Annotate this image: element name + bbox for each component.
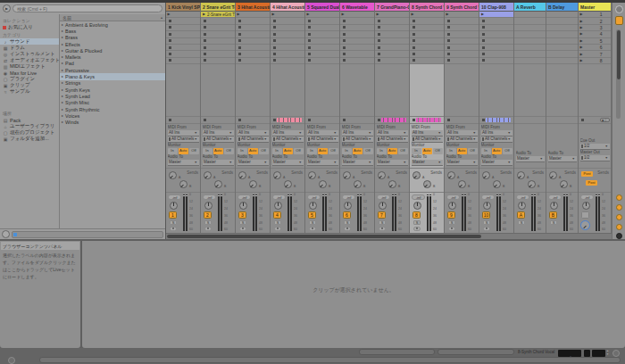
solo-button[interactable]: S xyxy=(379,220,386,225)
slot-stop-icon[interactable] xyxy=(482,46,485,49)
solo-button[interactable]: S xyxy=(239,220,246,225)
monitor-off-button[interactable]: Off xyxy=(503,148,512,154)
session-view-toggle-icon[interactable] xyxy=(615,5,623,13)
slot-stop-icon[interactable] xyxy=(378,33,380,36)
send-b-knob[interactable] xyxy=(560,180,568,188)
browser-item[interactable]: ▸Voices xyxy=(60,112,165,119)
track-header[interactable]: 9 Synth Chord V xyxy=(445,3,479,12)
solo-button[interactable]: S xyxy=(550,220,557,225)
clip-slot[interactable] xyxy=(236,45,270,51)
monitor-auto-button[interactable]: Auto xyxy=(388,148,397,154)
midi-channel-select[interactable]: All Channels▼ xyxy=(168,136,199,143)
master-out-select[interactable]: 1/2▼ xyxy=(580,155,610,161)
show-io-toggle[interactable] xyxy=(616,194,622,201)
slot-stop-icon[interactable] xyxy=(308,46,311,49)
clip-slot[interactable] xyxy=(514,31,546,37)
clip-slot[interactable] xyxy=(305,18,339,24)
slot-stop-icon[interactable] xyxy=(482,53,485,55)
clip-slot[interactable] xyxy=(201,51,235,57)
midi-channel-select[interactable]: All Channels▼ xyxy=(446,136,478,143)
slot-stop-icon[interactable] xyxy=(482,33,485,36)
slot-stop-icon[interactable] xyxy=(273,46,276,49)
arm-record-button[interactable] xyxy=(239,227,246,231)
track-header[interactable]: 3 Hihat Acousti xyxy=(236,3,270,12)
send-a-knob[interactable] xyxy=(517,171,525,179)
track-stop-icon[interactable] xyxy=(204,119,206,121)
clip-slot[interactable] xyxy=(166,51,200,57)
slot-play-icon[interactable]: ▶ xyxy=(377,12,379,16)
clip-slot[interactable] xyxy=(479,45,513,51)
master-select-button[interactable] xyxy=(581,211,589,219)
slot-stop-icon[interactable] xyxy=(169,20,171,22)
clip-slot[interactable] xyxy=(375,31,409,37)
volume-readout[interactable]: -inf xyxy=(307,194,321,200)
slot-stop-icon[interactable] xyxy=(308,26,311,29)
solo-button[interactable]: S xyxy=(274,220,281,225)
pan-knob[interactable] xyxy=(448,202,456,210)
slot-stop-icon[interactable] xyxy=(482,59,485,62)
pan-knob[interactable] xyxy=(344,202,352,210)
track-activate-button[interactable]: 2 xyxy=(204,211,212,219)
send-b-post-button[interactable]: Post xyxy=(586,180,597,186)
clip-slot[interactable] xyxy=(305,38,339,45)
slot-stop-icon[interactable] xyxy=(169,46,171,49)
browser-item[interactable]: ▸Synth Rhythmic xyxy=(60,106,165,112)
monitor-in-button[interactable]: In xyxy=(342,148,352,154)
send-a-knob[interactable] xyxy=(308,171,316,179)
send-b-knob[interactable] xyxy=(179,180,188,188)
monitor-auto-button[interactable]: Auto xyxy=(213,148,223,154)
audio-to-select[interactable]: Master▼ xyxy=(203,160,234,166)
show-sends-toggle[interactable] xyxy=(616,204,622,211)
clip-slot[interactable] xyxy=(271,18,304,24)
clip-slot[interactable] xyxy=(340,45,374,51)
track-header[interactable]: 5 Squared Dual xyxy=(305,3,339,12)
clip-slot[interactable] xyxy=(340,38,374,45)
monitor-auto-button[interactable]: Auto xyxy=(457,148,467,154)
track-stop-icon[interactable] xyxy=(378,119,380,121)
clip-slot[interactable] xyxy=(445,18,479,24)
clip-slot[interactable] xyxy=(305,25,339,31)
clip-slot[interactable] xyxy=(375,58,409,64)
search-input[interactable]: 検索 (Cmd + F) xyxy=(12,4,162,12)
slot-stop-icon[interactable] xyxy=(447,53,450,55)
slot-stop-icon[interactable] xyxy=(204,59,206,62)
slot-stop-icon[interactable] xyxy=(412,59,415,62)
volume-readout[interactable]: -inf xyxy=(203,194,216,200)
scene-play-icon[interactable]: ▶ xyxy=(580,26,583,29)
audio-to-select[interactable]: Master▼ xyxy=(342,160,373,166)
clip-slot[interactable]: ▶6 xyxy=(579,45,611,51)
scene-play-icon[interactable]: ▶ xyxy=(580,32,583,36)
scene-play-icon[interactable]: ▶ xyxy=(580,46,583,49)
slot-stop-icon[interactable] xyxy=(273,59,276,62)
sidebar-place-1[interactable]: ⌂ユーザーライブラリ xyxy=(0,123,59,129)
clip-slot[interactable]: ▶ xyxy=(375,12,409,18)
arm-record-button[interactable] xyxy=(309,227,316,231)
arm-record-button[interactable] xyxy=(344,227,351,231)
slot-stop-icon[interactable] xyxy=(238,53,241,55)
audio-to-select[interactable]: Master▼ xyxy=(548,156,577,162)
send-a-post-button[interactable]: Post xyxy=(581,171,593,177)
slot-stop-icon[interactable] xyxy=(343,26,346,29)
sidebar-category-7[interactable]: ▣クリップ xyxy=(0,82,59,88)
monitor-in-button[interactable]: In xyxy=(272,148,282,154)
monitor-auto-button[interactable]: Auto xyxy=(422,148,432,154)
monitor-auto-button[interactable]: Auto xyxy=(492,148,502,154)
monitor-in-button[interactable]: In xyxy=(203,148,212,154)
preview-play-icon[interactable]: ▶ xyxy=(3,4,11,12)
clip-play-icon[interactable]: ▶ xyxy=(203,12,205,16)
clip-slot[interactable]: ▶ xyxy=(479,12,513,18)
midi-channel-select[interactable]: All Channels▼ xyxy=(481,136,512,143)
slot-stop-icon[interactable] xyxy=(169,53,171,55)
sidebar-category-1[interactable]: ▦ドラム xyxy=(0,45,59,51)
midi-input-select[interactable]: All Ins▼ xyxy=(377,130,408,136)
scene-play-icon[interactable]: ▶ xyxy=(580,59,583,62)
clip-slot[interactable] xyxy=(375,18,409,24)
slot-stop-icon[interactable] xyxy=(482,39,485,42)
slot-stop-icon[interactable] xyxy=(308,33,311,36)
monitor-in-button[interactable]: In xyxy=(481,148,491,154)
slot-stop-icon[interactable] xyxy=(308,39,311,42)
send-a-knob[interactable] xyxy=(273,171,281,179)
monitor-auto-button[interactable]: Auto xyxy=(283,148,293,154)
volume-readout[interactable]: -inf xyxy=(548,194,562,200)
slot-play-icon[interactable]: ▶ xyxy=(238,12,240,16)
